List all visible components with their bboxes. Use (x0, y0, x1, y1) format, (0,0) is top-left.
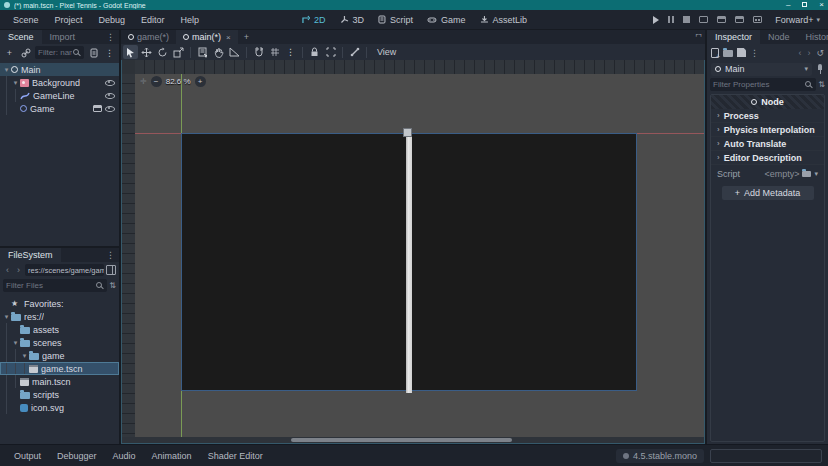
node-selector[interactable]: Main ▾ (711, 63, 812, 76)
section-process[interactable]: › Process (711, 109, 824, 123)
menu-help[interactable]: Help (174, 12, 207, 28)
group-node-button[interactable] (323, 45, 338, 59)
visibility-eye-icon[interactable] (105, 78, 115, 87)
tab-inspector[interactable]: Inspector (707, 30, 760, 44)
new-resource-icon[interactable] (711, 48, 719, 58)
select-tool-button[interactable] (123, 45, 138, 59)
play-custom-scene-button[interactable] (735, 16, 744, 23)
scene-node-game[interactable]: Game (0, 102, 119, 115)
nav-forward-icon[interactable]: › (14, 265, 23, 275)
load-resource-icon[interactable] (723, 50, 733, 57)
play-button[interactable] (653, 16, 659, 24)
section-physics-interpolation[interactable]: › Physics Interpolation (711, 123, 824, 137)
fs-folder-assets[interactable]: assets (0, 323, 119, 336)
scene-tab-main[interactable]: main(*) × (176, 30, 238, 44)
maximize-button[interactable] (802, 1, 807, 9)
tab-scene[interactable]: Scene (0, 30, 42, 44)
fs-file-main-tscn[interactable]: main.tscn (0, 375, 119, 388)
movie-maker-button[interactable] (753, 16, 762, 23)
expander-icon[interactable]: ▾ (11, 339, 20, 347)
expander-icon[interactable]: ▾ (2, 66, 11, 74)
fs-folder-scripts[interactable]: scripts (0, 388, 119, 401)
chevron-down-icon[interactable]: ▾ (814, 170, 818, 178)
horizontal-scrollbar[interactable] (122, 437, 704, 443)
property-filter-input[interactable] (713, 80, 804, 89)
snap-options-menu-icon[interactable]: ⋮ (283, 45, 298, 59)
panel-shader-editor[interactable]: Shader Editor (200, 448, 271, 464)
tab-filesystem[interactable]: FileSystem (0, 248, 61, 262)
scene-node-gameline[interactable]: GameLine (0, 89, 119, 102)
tab-history[interactable]: History (798, 30, 828, 44)
workspace-tab-assetlib[interactable]: AssetLib (480, 15, 528, 25)
scene-node-background[interactable]: ▾ Background (0, 76, 119, 89)
scene-dock-menu-icon[interactable]: ⋮ (102, 32, 119, 42)
add-node-button[interactable]: + (3, 46, 16, 59)
category-node[interactable]: Node (711, 95, 824, 109)
close-tab-icon[interactable]: × (226, 33, 231, 42)
tab-node[interactable]: Node (760, 30, 798, 44)
panel-debugger[interactable]: Debugger (49, 448, 105, 464)
expander-icon[interactable]: ▾ (20, 352, 29, 360)
new-scene-tab-button[interactable]: + (238, 32, 255, 42)
lock-node-button[interactable] (307, 45, 322, 59)
view-menu-button[interactable]: View (371, 47, 402, 57)
zoom-percentage[interactable]: 82.6 % (166, 77, 191, 86)
pan-tool-button[interactable] (211, 45, 226, 59)
expander-icon[interactable]: ▾ (11, 79, 20, 87)
skeleton-options-button[interactable] (347, 45, 362, 59)
history-back-icon[interactable]: ‹ (798, 48, 801, 58)
fs-folder-scenes[interactable]: ▾ scenes (0, 336, 119, 349)
panel-output[interactable]: Output (6, 448, 49, 464)
menu-project[interactable]: Project (48, 12, 90, 28)
panel-animation[interactable]: Animation (144, 448, 200, 464)
fs-favorites[interactable]: ★ Favorites: (0, 297, 119, 310)
close-button[interactable]: × (819, 1, 824, 9)
canvas-2d[interactable]: ✛ − 82.6 % + (135, 74, 704, 437)
expand-viewport-icon[interactable]: ⌜⌝ (696, 33, 702, 42)
scrollbar-thumb[interactable] (291, 438, 512, 442)
grid-snap-button[interactable] (267, 45, 282, 59)
pause-button[interactable] (668, 16, 674, 23)
scene-tree-menu-icon[interactable]: ⋮ (103, 46, 116, 59)
object-history-icon[interactable]: ↺ (816, 48, 824, 58)
fs-res-root[interactable]: ▾ res:// (0, 310, 119, 323)
stop-button[interactable] (683, 16, 690, 23)
current-path[interactable]: res://scenes/game/game.t (25, 264, 104, 276)
instance-scene-button[interactable] (19, 46, 32, 59)
panel-audio[interactable]: Audio (105, 448, 144, 464)
visibility-eye-icon[interactable] (105, 104, 115, 113)
resource-options-menu-icon[interactable]: ⋮ (750, 48, 759, 58)
attach-script-button[interactable] (87, 46, 100, 59)
line-point-handle[interactable] (403, 128, 412, 137)
sort-files-icon[interactable]: ⇅ (109, 281, 116, 290)
split-view-icon[interactable] (106, 265, 116, 275)
nav-back-icon[interactable]: ‹ (3, 265, 12, 275)
tab-import[interactable]: Import (42, 30, 84, 44)
zoom-in-button[interactable]: + (195, 76, 206, 87)
save-resource-icon[interactable] (737, 48, 746, 57)
workspace-tab-game[interactable]: Game (427, 15, 466, 25)
script-property-value[interactable]: <empty> (764, 169, 799, 179)
list-select-button[interactable] (195, 45, 210, 59)
rotate-tool-button[interactable] (155, 45, 170, 59)
renderer-dropdown[interactable]: Forward+ ▾ (775, 15, 820, 25)
visibility-eye-icon[interactable] (105, 91, 115, 100)
inspector-pin-icon[interactable] (816, 64, 824, 74)
fs-file-game-tscn[interactable]: game.tscn (0, 362, 119, 375)
gameline-node[interactable] (406, 133, 412, 393)
section-editor-description[interactable]: › Editor Description (711, 151, 824, 165)
remote-debug-button[interactable] (699, 16, 708, 23)
scene-filter-input[interactable] (38, 48, 72, 57)
menu-editor[interactable]: Editor (134, 12, 172, 28)
play-scene-button[interactable] (717, 16, 726, 23)
expander-icon[interactable]: ▾ (2, 313, 11, 321)
fs-file-icon-svg[interactable]: icon.svg (0, 401, 119, 414)
menu-scene[interactable]: Scene (6, 12, 46, 28)
history-forward-icon[interactable]: › (807, 48, 810, 58)
move-tool-button[interactable] (139, 45, 154, 59)
workspace-tab-3d[interactable]: 3D (339, 15, 364, 25)
menu-debug[interactable]: Debug (92, 12, 133, 28)
minimize-button[interactable]: – (786, 1, 790, 9)
workspace-tab-2d[interactable]: 2D (301, 15, 326, 25)
scene-tab-game[interactable]: game(*) (121, 30, 176, 44)
